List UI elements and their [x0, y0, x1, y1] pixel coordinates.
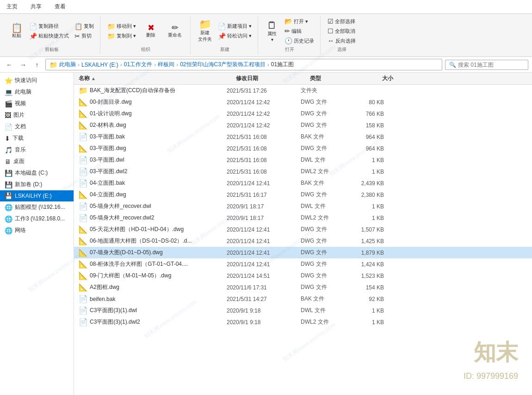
- breadcrumb-this-pc[interactable]: 此电脑: [59, 61, 76, 69]
- move-to-button[interactable]: 📁 移动到 ▾: [105, 22, 138, 31]
- sidebar-item-this-pc[interactable]: 💻此电脑: [0, 86, 74, 98]
- delete-button[interactable]: ✖ 删除: [139, 22, 162, 40]
- sidebar-item-network[interactable]: 🌐网络: [0, 225, 74, 236]
- history-button[interactable]: 🕐 历史记录: [282, 36, 316, 45]
- file-row[interactable]: 📐 04-立面图.dwg 2021/5/31 16:17 DWG 文件 2,38…: [74, 189, 532, 201]
- tab-view[interactable]: 查看: [48, 0, 72, 13]
- file-row[interactable]: 📐 03-平面图.dwg 2021/5/31 16:08 DWG 文件 964 …: [74, 143, 532, 154]
- open-button[interactable]: 📂 打开 ▾: [282, 17, 316, 26]
- rename-button[interactable]: ✏ 重命名: [163, 22, 186, 40]
- forward-button[interactable]: →: [18, 59, 29, 70]
- file-date: 2020/9/1 9:18: [227, 319, 301, 326]
- edit-button[interactable]: ✏ 编辑: [282, 26, 316, 36]
- search-box[interactable]: 🔍: [445, 60, 528, 70]
- address-bar: ← → ↑ 📁 此电脑 › LSKAILHY (E:) › 01工作文件 › 样…: [0, 57, 532, 73]
- copy-icon: 📋: [74, 23, 82, 30]
- file-row[interactable]: 📄 03-平面图.bak 2021/5/31 16:08 BAK 文件 964 …: [74, 131, 532, 143]
- column-date[interactable]: 修改日期: [236, 75, 310, 82]
- sidebar-item-work3[interactable]: 🌐工作3 (\\192.168.0...: [0, 213, 74, 225]
- this-pc-icon: 💻: [5, 88, 12, 96]
- sidebar-item-pictures[interactable]: 🖼图片: [0, 109, 74, 121]
- file-row[interactable]: 📄 03-平面图.dwl 2021/5/31 16:08 DWL 文件 1 KB: [74, 154, 532, 166]
- file-row[interactable]: 📄 04-立面图.bak 2020/11/24 12:41 BAK 文件 2,4…: [74, 177, 532, 189]
- file-row[interactable]: 📁 BAK_海龙配置(CCD)自动保存备份 2021/5/31 17:26 文件…: [74, 85, 532, 96]
- file-row[interactable]: 📄 05-墙身大样_recover.dwl2 2020/9/1 18:17 DW…: [74, 212, 532, 224]
- file-row[interactable]: 📄 C3平面图(3)(1).dwl 2020/9/1 9:18 DWL 文件 1…: [74, 305, 532, 316]
- file-size: 80 KB: [347, 99, 384, 106]
- sidebar-items-container: ⭐快速访问💻此电脑🎬视频🖼图片📄文档⬇下载🎵音乐🖥桌面💾本地磁盘 (C:)💾新加…: [0, 75, 74, 236]
- copy-to-button[interactable]: 📁 复制到 ▾: [105, 31, 138, 41]
- file-row[interactable]: 📄 C3平面图(3)(1).dwl2 2020/9/1 9:18 DWL2 文件…: [74, 316, 532, 328]
- file-date: 2020/11/24 12:41: [227, 238, 301, 245]
- main-layout: ⭐快速访问💻此电脑🎬视频🖼图片📄文档⬇下载🎵音乐🖥桌面💾本地磁盘 (C:)💾新加…: [0, 73, 532, 395]
- ribbon-group-organize: 📁 移动到 ▾ 📁 复制到 ▾ ✖ 删除: [101, 16, 191, 55]
- new-folder-button[interactable]: 📁 新建 文件夹: [195, 18, 215, 44]
- breadcrumb-project[interactable]: 02恒荣印山海C3产型装饰工程项目: [180, 61, 266, 69]
- file-size: 2,380 KB: [347, 192, 384, 198]
- file-row[interactable]: 📐 A2图框.dwg 2020/11/6 17:31 DWG 文件 154 KB: [74, 282, 532, 293]
- copy-path-button[interactable]: 📄 复制路径: [27, 22, 71, 31]
- documents-icon: 📄: [5, 123, 12, 131]
- file-size: 1 KB: [347, 307, 384, 314]
- ribbon: 主页 共享 查看 📋 粘贴 📄 复制路径 �: [0, 0, 532, 57]
- file-row[interactable]: 📄 03-平面图.dwl2 2021/5/31 16:08 DWL2 文件 1 …: [74, 166, 532, 177]
- file-row[interactable]: 📐 01-设计说明.dwg 2020/11/24 12:42 DWG 文件 76…: [74, 108, 532, 119]
- file-row[interactable]: 📐 07-墙身大图(D-01~D-05).dwg 2020/11/24 12:4…: [74, 247, 532, 258]
- breadcrumb-lskailhy[interactable]: LSKAILHY (E:): [81, 62, 118, 68]
- paste-button[interactable]: 📋 粘贴: [7, 22, 26, 40]
- column-type[interactable]: 类型: [310, 75, 356, 82]
- file-row[interactable]: 📄 beifen.bak 2021/5/31 14:27 BAK 文件 92 K…: [74, 293, 532, 305]
- file-name: 📐 02-材料表.dwg: [79, 121, 227, 130]
- sidebar-item-new-volume-d[interactable]: 💾新加卷 (D:): [0, 179, 74, 190]
- sidebar-item-lskailhy-e[interactable]: 💾LSKAILHY (E:): [0, 190, 74, 201]
- sidebar-item-textures[interactable]: 🌐贴图模型 (\\192.16...: [0, 201, 74, 213]
- ribbon-body: 📋 粘贴 📄 复制路径 📌 粘贴快捷方式 📋: [0, 14, 532, 56]
- file-row[interactable]: 📄 05-墙身大样_recover.dwl 2020/9/1 18:17 DWL…: [74, 201, 532, 212]
- sidebar-item-local-c[interactable]: 💾本地磁盘 (C:): [0, 167, 74, 179]
- file-size: 766 KB: [347, 111, 384, 117]
- sidebar-item-desktop[interactable]: 🖥桌面: [0, 156, 74, 167]
- tab-share[interactable]: 共享: [24, 0, 48, 13]
- file-row[interactable]: 📐 02-材料表.dwg 2020/11/24 12:42 DWG 文件 158…: [74, 119, 532, 131]
- cut-button[interactable]: ✂ 剪切: [72, 31, 96, 41]
- file-row[interactable]: 📐 09-门大样图（M-01~M-05）.dwg 2020/11/24 14:5…: [74, 270, 532, 282]
- file-row[interactable]: 📐 08-柜体洗手台大样图（GT-01~GT-04.... 2020/11/24…: [74, 258, 532, 270]
- deselect-all-button[interactable]: ☐ 全部取消: [325, 26, 358, 36]
- breadcrumb-work[interactable]: 01工作文件: [124, 61, 152, 69]
- tab-main[interactable]: 主页: [0, 0, 24, 13]
- breadcrumb-template[interactable]: 样板间: [158, 61, 174, 69]
- file-type: DWL 文件: [301, 307, 347, 314]
- back-button[interactable]: ←: [4, 59, 15, 70]
- desktop-icon: 🖥: [5, 158, 11, 165]
- search-input[interactable]: [458, 62, 524, 68]
- select-all-button[interactable]: ☑ 全部选择: [325, 17, 358, 26]
- sidebar-item-music[interactable]: 🎵音乐: [0, 144, 74, 156]
- file-type: DWG 文件: [301, 98, 347, 106]
- file-row[interactable]: 📐 00-封面目录.dwg 2020/11/24 12:42 DWG 文件 80…: [74, 96, 532, 108]
- file-row[interactable]: 📐 06-地面通用大样图（DS-01~DS-02）.d... 2020/11/2…: [74, 235, 532, 247]
- sidebar-item-quick-access[interactable]: ⭐快速访问: [0, 75, 74, 86]
- file-date: 2021/5/31 14:27: [227, 296, 301, 302]
- sidebar-item-downloads[interactable]: ⬇下载: [0, 132, 74, 144]
- new-item-button[interactable]: 📄 新建项目 ▾: [216, 22, 254, 31]
- properties-button[interactable]: 🗒 属性 ▾: [263, 19, 281, 44]
- invert-select-button[interactable]: ↔ 反向选择: [325, 36, 358, 45]
- file-date: 2020/9/1 18:17: [227, 203, 301, 210]
- paste-shortcut-button[interactable]: 📌 粘贴快捷方式: [27, 31, 71, 41]
- file-type: DWG 文件: [301, 283, 347, 291]
- file-name: 📐 07-墙身大图(D-01~D-05).dwg: [79, 248, 227, 257]
- organize-label: 组织: [141, 46, 150, 54]
- up-button[interactable]: ↑: [31, 59, 43, 70]
- file-row[interactable]: 📐 05-天花大样图（HD-01~HD-04）.dwg 2020/11/24 1…: [74, 224, 532, 235]
- file-type: DWG 文件: [301, 237, 347, 245]
- file-date: 2020/11/24 12:41: [227, 180, 301, 187]
- file-type: DWL2 文件: [301, 214, 347, 222]
- music-icon: 🎵: [5, 146, 12, 154]
- column-size[interactable]: 大小: [356, 75, 393, 82]
- sidebar-item-documents[interactable]: 📄文档: [0, 121, 74, 132]
- sidebar-item-videos[interactable]: 🎬视频: [0, 98, 74, 109]
- column-name[interactable]: 名称 ▲: [79, 75, 236, 82]
- copy-button[interactable]: 📋 复制: [72, 22, 96, 31]
- delete-icon: ✖: [148, 24, 155, 32]
- easy-access-button[interactable]: 📌 轻松访问 ▾: [216, 31, 254, 41]
